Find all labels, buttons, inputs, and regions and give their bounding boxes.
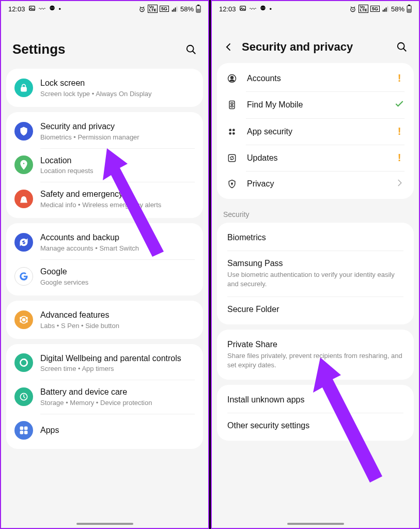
svg-point-35 bbox=[262, 7, 263, 8]
chat-icon bbox=[49, 5, 56, 13]
search-button[interactable] bbox=[185, 44, 197, 55]
settings-row[interactable]: Accounts and backup Manage accounts • Sm… bbox=[6, 225, 203, 259]
settings-row[interactable]: Lock screen Screen lock type • Always On… bbox=[6, 71, 203, 105]
security-row[interactable]: Privacy bbox=[217, 171, 414, 197]
row-title: Accounts and backup bbox=[40, 232, 195, 243]
row-title: Apps bbox=[40, 425, 195, 436]
row-title: Accounts bbox=[247, 74, 385, 83]
alarm-icon bbox=[138, 5, 146, 13]
svg-point-49 bbox=[231, 104, 232, 105]
wellbeing-icon bbox=[14, 353, 33, 372]
svg-point-51 bbox=[233, 129, 235, 131]
svg-point-36 bbox=[263, 7, 264, 8]
security-card-3: Install unknown appsOther security setti… bbox=[217, 385, 414, 441]
svg-rect-13 bbox=[197, 9, 200, 12]
row-sub: Location requests bbox=[40, 167, 195, 175]
settings-row[interactable]: Digital Wellbeing and parental controls … bbox=[6, 346, 203, 380]
svg-rect-10 bbox=[176, 6, 177, 12]
row-title: Find My Mobile bbox=[247, 100, 385, 110]
security-row[interactable]: Find My Mobile bbox=[217, 91, 414, 118]
svg-rect-18 bbox=[23, 201, 24, 202]
row-sub: Manage accounts • Smart Switch bbox=[40, 244, 195, 252]
security-row[interactable]: Accounts ! bbox=[217, 65, 414, 91]
svg-point-16 bbox=[23, 163, 25, 165]
location-icon bbox=[14, 155, 33, 174]
settings-row[interactable]: Advanced features Labs • S Pen • Side bu… bbox=[6, 303, 203, 337]
row-title: Privacy bbox=[247, 179, 385, 189]
svg-point-50 bbox=[229, 129, 231, 131]
dot-icon: • bbox=[59, 5, 61, 13]
privacy-icon bbox=[226, 178, 238, 190]
shield-icon bbox=[14, 122, 33, 141]
settings-row[interactable]: Safety and emergency Medical info • Wire… bbox=[6, 182, 203, 216]
settings-row[interactable]: Battery and device care Storage • Memory… bbox=[6, 380, 203, 414]
volte-icon: VoLTE bbox=[359, 5, 368, 13]
row-title: Security and privacy bbox=[40, 121, 195, 132]
settings-row[interactable]: Apps bbox=[6, 414, 203, 447]
row-sub: Share files privately, prevent recipient… bbox=[227, 351, 403, 369]
svg-point-53 bbox=[233, 132, 235, 134]
image-icon bbox=[239, 5, 246, 13]
page-title: Security and privacy bbox=[242, 40, 353, 54]
security-item[interactable]: Other security settings bbox=[217, 413, 414, 439]
status-bar: 12:03 〰 • VoLTE 5G 58% bbox=[212, 1, 419, 15]
page-title: Settings bbox=[12, 41, 66, 57]
appsec-icon bbox=[226, 126, 238, 137]
status-bar: 12:03 〰 • VoLTE 5G 58% bbox=[1, 1, 208, 15]
network-5g-icon: 5G bbox=[370, 6, 380, 12]
row-title: Safety and emergency bbox=[40, 189, 195, 200]
security-row[interactable]: App security ! bbox=[217, 118, 414, 145]
row-sub: Use biometric authentication to verify y… bbox=[227, 270, 403, 288]
svg-rect-12 bbox=[197, 5, 199, 6]
updates-icon bbox=[226, 152, 238, 164]
security-item[interactable]: Install unknown apps bbox=[217, 387, 414, 413]
svg-rect-7 bbox=[172, 10, 173, 12]
chat-icon bbox=[259, 5, 267, 13]
battery-percent: 58% bbox=[391, 5, 405, 13]
svg-point-23 bbox=[20, 321, 22, 322]
warning-icon: ! bbox=[398, 152, 401, 164]
search-button[interactable] bbox=[396, 41, 408, 53]
settings-card: Digital Wellbeing and parental controls … bbox=[6, 344, 203, 449]
header: Settings bbox=[1, 15, 208, 69]
security-item[interactable]: Samsung PassUse biometric authentication… bbox=[217, 251, 414, 297]
settings-row[interactable]: Location Location requests bbox=[6, 148, 203, 182]
row-title: App security bbox=[247, 127, 385, 136]
warning-icon: ! bbox=[398, 126, 401, 137]
battery-icon bbox=[407, 5, 412, 13]
settings-row[interactable]: Security and privacy Biometrics • Permis… bbox=[6, 114, 203, 148]
row-title: Google bbox=[40, 267, 195, 277]
security-item[interactable]: Private ShareShare files privately, prev… bbox=[217, 332, 414, 378]
findmy-icon bbox=[226, 99, 238, 111]
row-title: Lock screen bbox=[40, 78, 195, 89]
row-title: Secure Folder bbox=[227, 305, 403, 314]
alarm-icon bbox=[349, 5, 356, 13]
battery-icon bbox=[14, 387, 33, 406]
svg-rect-15 bbox=[21, 87, 26, 91]
security-row[interactable]: Updates ! bbox=[217, 145, 414, 171]
security-content: Accounts ! Find My Mobile App security !… bbox=[212, 63, 419, 199]
row-title: Install unknown apps bbox=[227, 395, 403, 404]
advanced-icon bbox=[14, 310, 33, 329]
svg-point-19 bbox=[23, 318, 25, 321]
row-sub: Biometrics • Permission manager bbox=[40, 133, 195, 141]
settings-row[interactable]: Google Google services bbox=[6, 259, 203, 293]
svg-rect-28 bbox=[25, 427, 27, 430]
signal-icon bbox=[382, 5, 389, 13]
row-title: Private Share bbox=[227, 340, 403, 349]
svg-rect-17 bbox=[23, 198, 24, 200]
back-button[interactable] bbox=[223, 41, 235, 53]
battery-icon bbox=[196, 5, 201, 13]
svg-rect-54 bbox=[228, 154, 235, 161]
phone-left-settings: 12:03 〰 • VoLTE 5G 58% Settings bbox=[0, 0, 209, 529]
check-icon bbox=[394, 99, 405, 111]
security-item[interactable]: Biometrics bbox=[217, 225, 414, 251]
phone-right-security: 12:03 〰 • VoLTE 5G 58% Security and pri bbox=[211, 0, 420, 529]
chevron-right-icon bbox=[395, 178, 404, 190]
svg-point-4 bbox=[52, 7, 52, 8]
home-indicator[interactable] bbox=[287, 523, 344, 525]
home-indicator[interactable] bbox=[76, 523, 133, 525]
security-item[interactable]: Secure Folder bbox=[217, 297, 414, 322]
svg-point-14 bbox=[187, 45, 194, 52]
row-title: Battery and device care bbox=[40, 387, 195, 398]
